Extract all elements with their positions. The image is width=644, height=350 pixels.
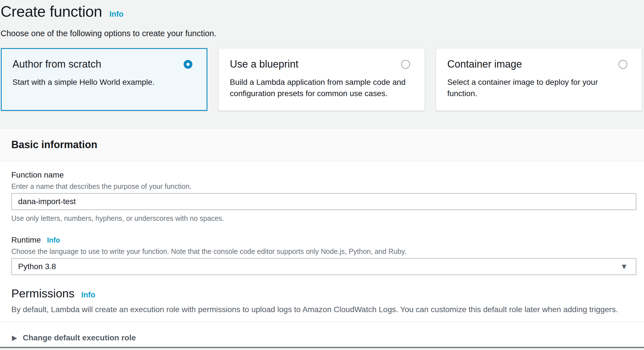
permissions-header: Permissions (11, 286, 74, 301)
change-execution-role-expander[interactable]: ▶ Change default execution role (0, 322, 644, 343)
permissions-header-row: Permissions Info (11, 286, 644, 302)
runtime-select[interactable]: Python 3.8 ▼ (11, 258, 636, 275)
card-title-row: Container image (447, 58, 631, 70)
page-subtitle: Choose one of the following options to c… (1, 28, 644, 38)
caret-down-icon: ▼ (620, 262, 628, 271)
caret-right-icon: ▶ (12, 333, 17, 343)
creation-option-cards: Author from scratch Start with a simple … (1, 48, 642, 111)
runtime-label: Runtime (11, 235, 41, 245)
card-description: Build a Lambda application from sample c… (230, 77, 411, 99)
card-use-a-blueprint[interactable]: Use a blueprint Build a Lambda applicati… (218, 48, 425, 111)
permissions-description: By default, Lambda will create an execut… (11, 305, 644, 314)
basic-information-panel: Basic information Function name Enter a … (0, 128, 644, 349)
title-info-link[interactable]: Info (110, 10, 123, 19)
basic-information-header: Basic information (0, 128, 644, 161)
expander-label: Change default execution role (23, 333, 136, 343)
card-title: Author from scratch (12, 58, 101, 70)
card-description: Start with a simple Hello World example. (12, 77, 194, 88)
card-title: Use a blueprint (230, 58, 298, 70)
card-description: Select a container image to deploy for y… (447, 77, 628, 99)
permissions-info-link[interactable]: Info (81, 288, 95, 302)
function-name-constraint: Use only letters, numbers, hyphens, or u… (11, 214, 644, 222)
function-name-description: Enter a name that describes the purpose … (11, 182, 644, 191)
runtime-selected-option: Python 3.8 (18, 262, 56, 271)
runtime-label-row: Runtime Info (11, 235, 644, 245)
card-title-row: Use a blueprint (230, 58, 413, 70)
card-title: Container image (447, 58, 522, 70)
card-title-row: Author from scratch (12, 58, 196, 70)
form-column: Function name Enter a name that describe… (0, 161, 644, 314)
function-name-label: Function name (11, 170, 64, 180)
function-name-input[interactable] (11, 193, 636, 210)
page-title-row: Create function Info (1, 0, 644, 20)
bottom-strip (0, 348, 644, 349)
page-title: Create function (1, 2, 102, 20)
runtime-description: Choose the language to use to write your… (11, 247, 644, 256)
function-name-label-row: Function name (11, 161, 644, 180)
card-author-from-scratch[interactable]: Author from scratch Start with a simple … (1, 48, 207, 111)
runtime-info-link[interactable]: Info (47, 235, 60, 245)
radio-selected-icon[interactable] (184, 60, 192, 69)
card-container-image[interactable]: Container image Select a container image… (436, 48, 642, 111)
radio-unselected-icon[interactable] (619, 60, 627, 69)
radio-unselected-icon[interactable] (401, 60, 410, 69)
basic-information-body: Function name Enter a name that describe… (0, 161, 644, 347)
create-function-header: Create function Info Choose one of the f… (0, 0, 644, 111)
